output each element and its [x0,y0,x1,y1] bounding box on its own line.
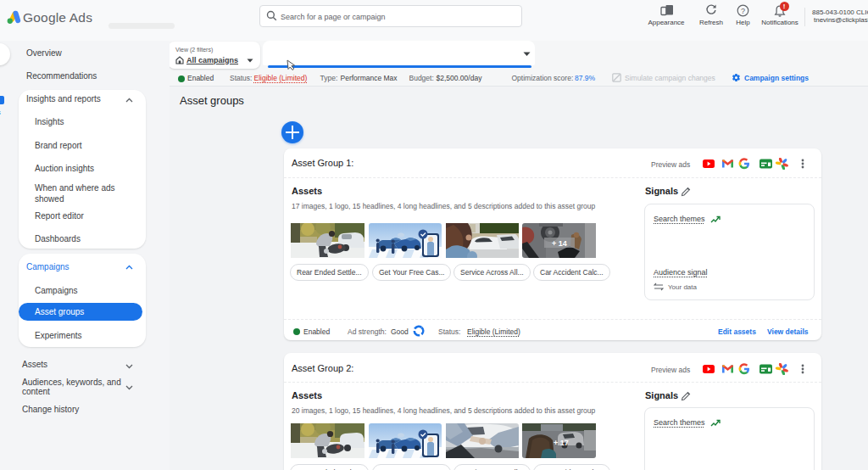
svg-text:+ 14: + 14 [552,239,567,248]
svg-text:?: ? [741,7,745,15]
svg-text:+ 17: + 17 [554,439,569,447]
